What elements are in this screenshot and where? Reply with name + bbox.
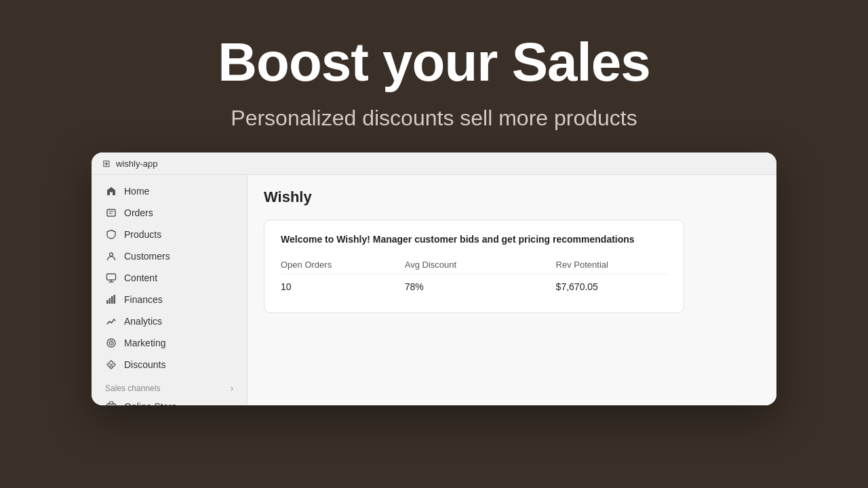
page-title: Wishly <box>264 188 760 206</box>
hero-title: Boost your Sales <box>218 33 650 92</box>
sidebar-label-products: Products <box>124 229 161 240</box>
svg-rect-2 <box>107 274 116 280</box>
value-open-orders: 10 <box>281 274 364 300</box>
sidebar-label-content: Content <box>124 272 157 283</box>
sidebar-label-analytics: Analytics <box>124 316 162 327</box>
hero-subtitle: Personalized discounts sell more product… <box>231 106 637 131</box>
discounts-icon <box>105 359 117 371</box>
sidebar-label-discounts: Discounts <box>124 359 165 370</box>
sales-channels-label: Sales channels <box>105 384 160 393</box>
welcome-message: Welcome to Wishly! Manager customer bids… <box>281 234 667 245</box>
sidebar-item-products[interactable]: Products <box>92 224 247 245</box>
svg-rect-6 <box>114 295 116 304</box>
stats-row: 10 78% $7,670.05 <box>281 274 667 300</box>
col-header-open-orders: Open Orders <box>281 256 364 274</box>
value-avg-discount: 78% <box>364 274 515 300</box>
svg-rect-10 <box>107 404 116 405</box>
col-header-rev-potential: Rev Potential <box>515 256 667 274</box>
chevron-right-icon: › <box>231 384 233 393</box>
svg-rect-0 <box>107 209 115 216</box>
sidebar: Home Orders Products <box>92 175 248 405</box>
col-header-avg-discount: Avg Discount <box>364 256 515 274</box>
sidebar-label-customers: Customers <box>124 251 170 262</box>
svg-point-9 <box>111 342 112 344</box>
home-icon <box>105 185 117 197</box>
app-grid-icon: ⊞ <box>102 158 111 169</box>
finances-icon <box>105 293 117 306</box>
app-name-label: wishly-app <box>116 159 157 169</box>
dashboard-card: Welcome to Wishly! Manager customer bids… <box>264 220 684 313</box>
title-bar: ⊞ wishly-app <box>92 152 776 175</box>
sidebar-label-home: Home <box>124 186 149 197</box>
customers-icon <box>105 250 117 262</box>
app-window: ⊞ wishly-app Home <box>92 152 776 405</box>
sidebar-item-marketing[interactable]: Marketing <box>92 332 247 354</box>
app-body: Home Orders Products <box>92 175 776 405</box>
sidebar-item-customers[interactable]: Customers <box>92 245 247 267</box>
sidebar-label-orders: Orders <box>124 207 153 218</box>
svg-rect-3 <box>106 300 108 304</box>
products-icon <box>105 228 117 241</box>
sidebar-item-discounts[interactable]: Discounts <box>92 354 247 375</box>
sidebar-item-content[interactable]: Content <box>92 267 247 289</box>
stats-table: Open Orders Avg Discount Rev Potential 1… <box>281 256 667 299</box>
sales-channels-section[interactable]: Sales channels › <box>92 375 247 396</box>
sidebar-label-finances: Finances <box>124 294 163 305</box>
online-store-icon <box>105 401 117 405</box>
sidebar-label-marketing: Marketing <box>124 338 165 348</box>
sidebar-item-online-store[interactable]: Online Store <box>92 396 247 405</box>
sidebar-item-orders[interactable]: Orders <box>92 202 247 224</box>
value-rev-potential: $7,670.05 <box>515 274 667 300</box>
content-icon <box>105 272 117 284</box>
svg-point-1 <box>110 253 113 256</box>
sidebar-item-home[interactable]: Home <box>92 180 247 202</box>
orders-icon <box>105 207 117 219</box>
sidebar-item-analytics[interactable]: Analytics <box>92 310 247 332</box>
marketing-icon <box>105 337 117 349</box>
sidebar-label-online-store: Online Store <box>124 401 177 405</box>
svg-rect-4 <box>109 298 111 304</box>
svg-rect-5 <box>111 296 113 304</box>
analytics-icon <box>105 315 117 327</box>
sidebar-item-finances[interactable]: Finances <box>92 289 247 310</box>
main-content: Wishly Welcome to Wishly! Manager custom… <box>248 175 776 405</box>
